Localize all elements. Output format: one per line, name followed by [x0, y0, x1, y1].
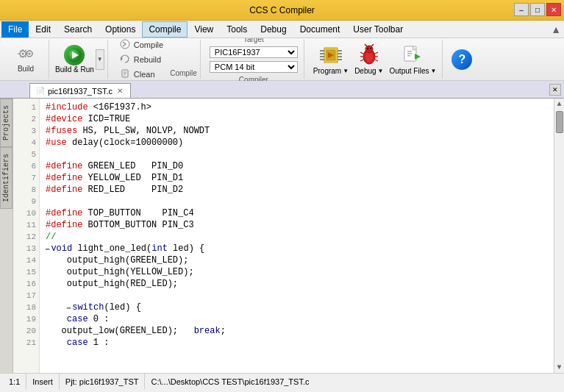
tab-panel-close[interactable]: ✕ — [549, 84, 561, 96]
fold-icon-13[interactable]: ▬ — [46, 243, 49, 254]
build-label: Build — [18, 65, 34, 73]
code-line-20: output_low(GREEN_LED); break; — [46, 325, 551, 337]
program-dropdown-arrow[interactable]: ▼ — [343, 68, 349, 74]
menu-options[interactable]: Options — [99, 21, 142, 38]
menu-file[interactable]: File — [1, 21, 29, 38]
menu-bar: File Edit Search Options Compile View To… — [0, 21, 564, 38]
rebuild-button[interactable]: Rebuild — [114, 53, 168, 66]
output-files-label: Output Files — [390, 67, 429, 75]
output-files-icon — [399, 43, 426, 67]
status-filepath: C:\...\Desktop\CCS TEST\pic16f1937_TST.c — [145, 374, 561, 389]
build-run-dropdown[interactable]: ▼ — [96, 49, 104, 70]
code-line-13: ▬void light_one_led(int led) { — [46, 243, 551, 254]
toolbar: Build Build & Run ▼ — [0, 38, 564, 81]
target-device-select[interactable]: PIC16F1937 — [210, 46, 298, 58]
code-line-9 — [46, 196, 551, 207]
compile-button[interactable]: Compile — [114, 38, 168, 51]
debug-label: Debug — [354, 67, 376, 75]
svg-line-32 — [375, 60, 378, 61]
editor-tab[interactable]: 📄 pic16f1937_TST.c ✕ — [29, 83, 131, 98]
menu-edit[interactable]: Edit — [29, 21, 57, 38]
menu-usertoolbar[interactable]: User Toolbar — [346, 21, 410, 38]
svg-line-29 — [360, 60, 363, 61]
help-button[interactable]: ? — [451, 49, 472, 70]
svg-point-1 — [22, 53, 24, 55]
scroll-down-arrow[interactable]: ▼ — [555, 362, 563, 373]
menu-search[interactable]: Search — [57, 21, 99, 38]
projects-tab[interactable]: Projects — [0, 99, 13, 147]
editor-area: 📄 pic16f1937_TST.c ✕ ✕ Projects Identifi… — [0, 81, 564, 373]
minimize-button[interactable]: – — [514, 3, 529, 16]
code-line-5 — [46, 149, 551, 160]
maximize-button[interactable]: □ — [530, 3, 545, 16]
help-section: ? — [446, 40, 478, 79]
compile-group: Compile Rebuild Clean — [111, 40, 201, 79]
tab-filename: pic16f1937_TST.c — [48, 87, 113, 96]
rebuild-label: Rebuild — [134, 55, 161, 64]
code-line-11: #define BOTTOM_BUTTON PIN_C3 — [46, 219, 551, 231]
menu-compile[interactable]: Compile — [142, 21, 188, 38]
svg-point-24 — [370, 48, 371, 49]
debug-dropdown-arrow[interactable]: ▼ — [378, 68, 384, 74]
build-run-group: Build & Run ▼ — [52, 40, 108, 79]
clean-button[interactable]: Clean — [114, 68, 168, 81]
program-icon — [317, 43, 345, 67]
debug-icon — [355, 43, 383, 67]
svg-marker-34 — [415, 54, 421, 60]
svg-line-30 — [375, 52, 378, 54]
title-text: CCS C Compiler — [249, 5, 315, 15]
build-run-main[interactable]: Build & Run — [55, 45, 94, 74]
tab-close-icon[interactable]: ✕ — [115, 87, 124, 96]
code-line-12: // — [46, 231, 551, 243]
menu-document[interactable]: Document — [293, 21, 347, 38]
svg-point-23 — [367, 48, 368, 49]
menu-tools[interactable]: Tools — [220, 21, 254, 38]
svg-rect-35 — [407, 51, 412, 52]
code-line-4: #use delay(clock=10000000) — [46, 137, 551, 149]
close-button[interactable]: ✕ — [546, 3, 561, 16]
output-files-btn-label-container: Output Files ▼ — [390, 67, 437, 75]
code-line-15: output_high(YELLOW_LED); — [46, 266, 551, 278]
code-line-1: #include <16F1937.h> — [46, 101, 551, 113]
scroll-up-arrow[interactable]: ▲ — [555, 99, 563, 110]
svg-line-27 — [360, 52, 363, 54]
code-editor: Projects Identifiers 12345 678910 111213… — [0, 99, 564, 373]
status-project: Pjt: pic16f1937_TST — [60, 374, 146, 389]
play-icon — [64, 45, 85, 65]
menu-view[interactable]: View — [188, 21, 220, 38]
code-content[interactable]: #include <16F1937.h> #device ICD=TRUE #f… — [40, 99, 554, 373]
code-line-21: case 1 : — [46, 337, 551, 349]
output-files-dropdown-arrow[interactable]: ▼ — [430, 68, 436, 74]
clean-label: Clean — [134, 70, 155, 79]
status-position: 1:1 — [3, 374, 26, 389]
svg-rect-36 — [407, 53, 412, 54]
status-bar: 1:1 Insert Pjt: pic16f1937_TST C:\...\De… — [0, 373, 564, 389]
menu-debug[interactable]: Debug — [254, 21, 293, 38]
code-line-2: #device ICD=TRUE — [46, 113, 551, 125]
debug-button[interactable]: Debug ▼ — [354, 43, 383, 75]
scroll-thumb[interactable] — [556, 111, 563, 133]
build-run-label: Build & Run — [55, 65, 94, 74]
tab-bar: 📄 pic16f1937_TST.c ✕ ✕ — [0, 81, 564, 99]
svg-point-6 — [121, 40, 129, 49]
code-line-16: output_high(RED_LED); — [46, 278, 551, 290]
fold-icon-18[interactable]: ▬ — [67, 302, 71, 313]
program-button[interactable]: Program ▼ — [313, 43, 349, 75]
rebuild-icon — [119, 54, 131, 65]
settings-icon: ▲ — [551, 24, 561, 35]
tab-icon: 📄 — [36, 87, 45, 95]
identifiers-tab[interactable]: Identifiers — [0, 147, 13, 209]
line-numbers: 12345 678910 1112131415 1617181920 21 — [13, 99, 40, 373]
gear-icon — [15, 46, 36, 63]
debug-btn-label-container: Debug ▼ — [354, 67, 383, 75]
build-button[interactable]: Build — [6, 43, 46, 76]
build-run-button[interactable]: Build & Run ▼ — [55, 45, 104, 74]
title-bar: CCS C Compiler – □ ✕ — [0, 0, 564, 21]
target-mode-select[interactable]: PCM 14 bit — [210, 61, 298, 73]
code-line-10: #define TOP_BUTTON PIN_C4 — [46, 207, 551, 219]
target-group: Target PIC16F1937 PCM 14 bit Compiler — [204, 40, 304, 79]
code-line-6: #define GREEN_LED PIN_D0 — [46, 160, 551, 172]
code-line-3: #fuses HS, PLL_SW, NOLVP, NOWDT — [46, 125, 551, 137]
output-files-button[interactable]: Output Files ▼ — [390, 43, 437, 75]
svg-line-25 — [365, 44, 367, 46]
